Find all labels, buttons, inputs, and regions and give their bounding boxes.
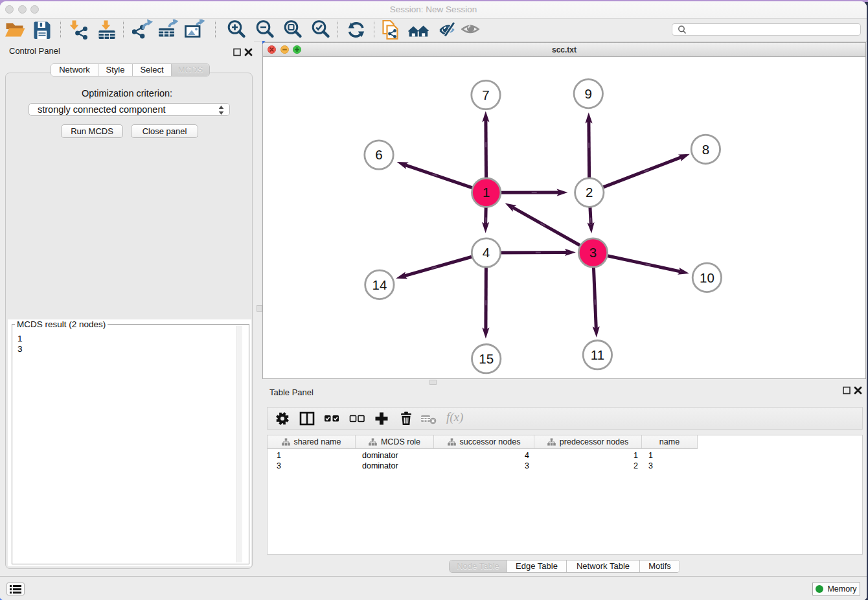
svg-text:15: 15 xyxy=(479,351,494,366)
svg-text:3: 3 xyxy=(589,245,597,260)
svg-text:11: 11 xyxy=(591,347,604,362)
svg-text:8: 8 xyxy=(702,142,709,157)
svg-text:10: 10 xyxy=(700,270,714,285)
svg-text:7: 7 xyxy=(482,87,489,102)
svg-text:4: 4 xyxy=(483,245,490,260)
svg-text:14: 14 xyxy=(372,277,387,292)
svg-text:2: 2 xyxy=(586,185,593,200)
svg-text:9: 9 xyxy=(585,86,592,101)
svg-text:1: 1 xyxy=(483,185,490,200)
svg-text:6: 6 xyxy=(375,147,382,162)
